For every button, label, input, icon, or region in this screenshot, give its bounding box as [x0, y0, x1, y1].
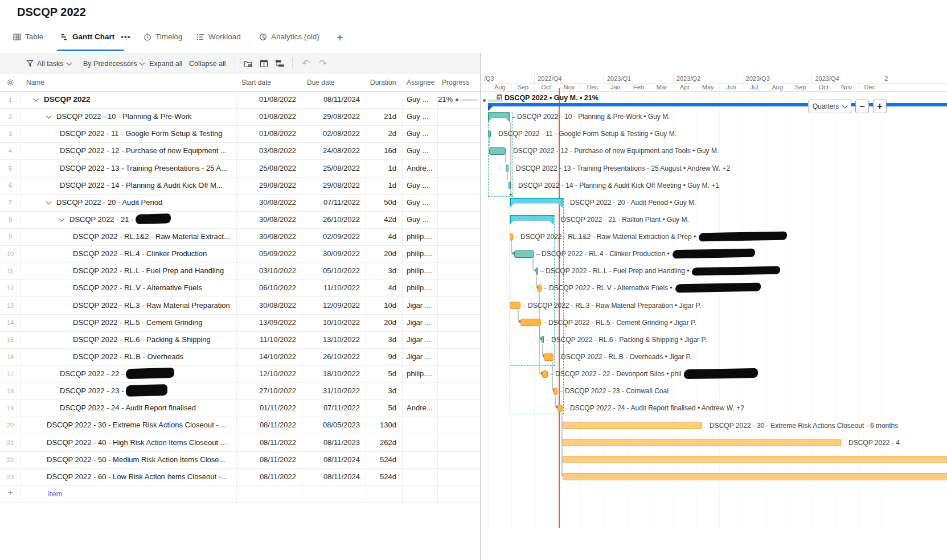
assignee-cell[interactable]: Guy ...	[407, 125, 436, 142]
task-name-cell[interactable]: DSCQP 2022 - 11 - Google Form Setup & Te…	[21, 125, 236, 142]
assignee-cell[interactable]	[407, 451, 436, 468]
column-header-name[interactable]: Name	[26, 74, 44, 91]
table-row[interactable]: 19DSCQP 2022 - 24 - Audit Report finalis…	[0, 400, 480, 417]
collapse-all-button[interactable]: Collapse all	[189, 53, 226, 73]
due-date-cell[interactable]: 13/10/2022	[302, 331, 360, 348]
add-item-label[interactable]: Item	[48, 485, 62, 503]
gantt-task-bar[interactable]	[514, 250, 534, 258]
duration-cell[interactable]: 262d	[366, 434, 396, 451]
dependencies-button[interactable]	[275, 53, 284, 73]
due-date-cell[interactable]: 18/10/2022	[302, 365, 360, 382]
task-name-cell[interactable]: DSCQP 2022 - 23 -	[21, 382, 236, 400]
table-row[interactable]: 14DSCQP 2022 - RL.5 - Cement Grinding13/…	[0, 314, 480, 332]
task-name-cell[interactable]: DSCQP 2022 - 60 - Low Risk Action Items …	[21, 468, 236, 485]
progress-cell[interactable]: 21%	[437, 91, 480, 108]
due-date-cell[interactable]: 29/08/2022	[302, 177, 360, 194]
task-name-cell[interactable]: DSCQP 2022 - 21 -	[21, 211, 236, 228]
gantt-task-bar[interactable]	[563, 473, 947, 480]
zoom-in-button[interactable]: +	[873, 100, 887, 113]
task-name-cell[interactable]: DSCQP 2022 - 12 - Purchase of new Equipm…	[21, 142, 236, 159]
assignee-cell[interactable]	[407, 382, 436, 400]
gantt-task-bar[interactable]	[536, 267, 538, 275]
due-date-cell[interactable]: 25/08/2022	[302, 160, 360, 177]
assignee-cell[interactable]: philip....	[407, 228, 436, 245]
assignee-cell[interactable]: Guy ...	[407, 91, 436, 108]
expand-chevron-icon[interactable]	[46, 113, 52, 119]
undo-button[interactable]: ↶	[302, 53, 310, 73]
gantt-summary-bar[interactable]	[510, 215, 554, 225]
column-header-assignee[interactable]: Assignee	[407, 74, 434, 91]
gantt-task-bar[interactable]	[489, 147, 506, 155]
due-date-cell[interactable]: 07/11/2022	[302, 400, 360, 417]
gantt-task-bar[interactable]	[544, 353, 554, 361]
expand-chevron-icon[interactable]	[34, 96, 39, 102]
gantt-task-bar[interactable]	[563, 456, 947, 463]
task-name-cell[interactable]: DSCQP 2022 - RL.5 - Cement Grinding	[21, 314, 236, 331]
duration-cell[interactable]: 20d	[366, 245, 396, 262]
table-row[interactable]: 15DSCQP 2022 - RL.6 - Packing & Shipping…	[0, 331, 480, 349]
expand-chevron-icon[interactable]	[59, 216, 65, 221]
due-date-cell[interactable]: 08/05/2023	[302, 417, 360, 434]
column-header-duration[interactable]: Duration	[370, 74, 396, 91]
table-row[interactable]: 1DSCQP 202201/08/202208/11/2024Guy ...21…	[0, 91, 480, 109]
start-date-cell[interactable]: 03/08/2022	[236, 142, 296, 159]
gantt-task-bar[interactable]	[557, 405, 563, 412]
expand-chevron-icon[interactable]	[46, 199, 52, 204]
filter-dropdown[interactable]: All tasks	[26, 53, 71, 73]
table-row[interactable]: 10DSCQP 2022 - RL.4 - Clinker Production…	[0, 245, 480, 263]
gantt-summary-bar[interactable]	[510, 198, 563, 208]
start-date-cell[interactable]: 30/08/2022	[236, 228, 296, 245]
due-date-cell[interactable]: 02/09/2022	[302, 228, 360, 245]
add-item-row[interactable]: + Item	[0, 485, 480, 503]
start-date-cell[interactable]: 01/08/2022	[236, 125, 296, 142]
conflict-monitor-button[interactable]	[260, 53, 268, 73]
project-progress-handle[interactable]	[483, 99, 486, 102]
due-date-cell[interactable]: 08/11/2024	[302, 91, 360, 108]
duration-cell[interactable]: 3d	[366, 262, 396, 279]
duration-cell[interactable]: 3d	[366, 382, 396, 400]
task-name-cell[interactable]: DSCQP 2022 - RL.1&2 - Raw Material Extra…	[21, 228, 236, 245]
gantt-task-bar[interactable]	[563, 422, 702, 429]
start-date-cell[interactable]: 25/08/2022	[236, 160, 296, 177]
assignee-cell[interactable]: Jigar ...	[407, 297, 436, 314]
table-row[interactable]: 21DSCQP 2022 - 40 - High Risk Action Ite…	[0, 434, 480, 452]
task-name-cell[interactable]: DSCQP 2022 - 22 -	[21, 365, 236, 382]
table-row[interactable]: 23DSCQP 2022 - 60 - Low Risk Action Item…	[0, 468, 480, 486]
assignee-cell[interactable]: Jigar ...	[407, 314, 436, 331]
assignee-cell[interactable]: philip....	[407, 279, 436, 297]
duration-cell[interactable]: 16d	[366, 142, 396, 159]
task-name-cell[interactable]: DSCQP 2022 - 20 - Audit Period	[21, 194, 236, 211]
due-date-cell[interactable]: 11/10/2022	[302, 279, 360, 297]
duration-cell[interactable]: 20d	[366, 314, 396, 331]
task-name-cell[interactable]: DSCQP 2022 - RL.3 - Raw Material Prepara…	[21, 297, 236, 314]
duration-cell[interactable]: 1d	[366, 177, 396, 194]
task-name-cell[interactable]: DSCQP 2022 - 14 - Planning & Audit Kick …	[21, 177, 236, 194]
assignee-cell[interactable]: Jigar ...	[407, 348, 436, 365]
start-date-cell[interactable]: 01/08/2022	[236, 91, 296, 108]
task-name-cell[interactable]: DSCQP 2022 - RL.V - Alternative Fuels	[21, 279, 236, 297]
start-date-cell[interactable]: 06/10/2022	[236, 279, 296, 297]
duration-cell[interactable]: 4d	[366, 279, 396, 297]
start-date-cell[interactable]: 27/10/2022	[236, 382, 296, 400]
duration-cell[interactable]: 21d	[366, 108, 396, 125]
table-row[interactable]: 3DSCQP 2022 - 11 - Google Form Setup & T…	[0, 125, 480, 143]
start-date-cell[interactable]: 08/11/2022	[236, 417, 296, 434]
duration-cell[interactable]: 524d	[366, 451, 396, 468]
start-date-cell[interactable]: 08/11/2022	[236, 468, 296, 485]
table-row[interactable]: 5DSCQP 2022 - 13 - Training Presentation…	[0, 160, 480, 178]
table-row[interactable]: 7DSCQP 2022 - 20 - Audit Period30/08/202…	[0, 194, 480, 212]
duration-cell[interactable]: 4d	[366, 228, 396, 245]
zoom-out-button[interactable]: −	[855, 100, 869, 113]
column-header-start-date[interactable]: Start date	[241, 74, 271, 91]
start-date-cell[interactable]: 30/08/2022	[236, 211, 296, 228]
gantt-task-bar[interactable]	[510, 233, 513, 241]
start-date-cell[interactable]: 03/10/2022	[236, 262, 296, 279]
assignee-cell[interactable]: Andre...	[407, 400, 436, 417]
progress-slider-handle[interactable]	[456, 98, 458, 101]
start-date-cell[interactable]: 13/09/2022	[236, 314, 296, 331]
start-date-cell[interactable]: 14/10/2022	[236, 348, 296, 365]
tab-menu-dots[interactable]: •••	[121, 32, 130, 41]
duration-cell[interactable]	[366, 91, 396, 108]
table-row[interactable]: 20DSCQP 2022 - 30 - Extreme Risk Actions…	[0, 417, 480, 434]
gantt-task-bar[interactable]	[506, 164, 509, 172]
